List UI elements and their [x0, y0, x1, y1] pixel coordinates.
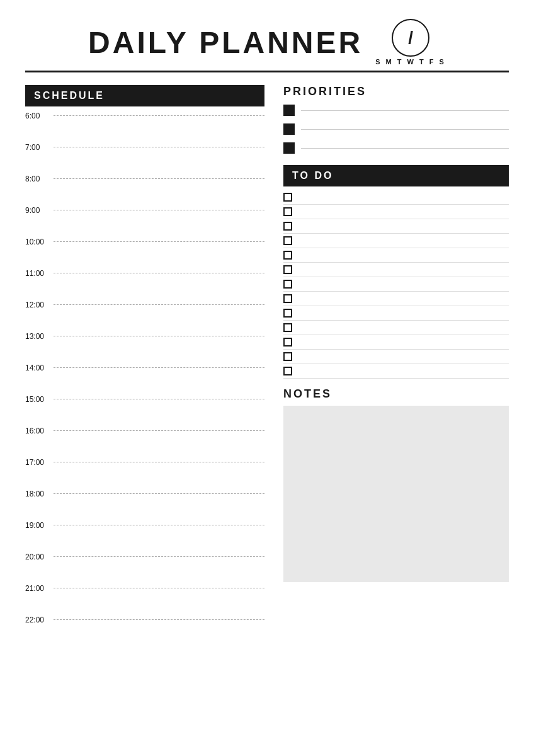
schedule-row: 10:00 [25, 236, 264, 268]
todo-item-line [298, 367, 509, 375]
time-label: 11:00 [25, 268, 54, 278]
schedule-row: 15:00 [25, 394, 264, 425]
schedule-row: 6:00 [25, 110, 264, 142]
time-label: 14:00 [25, 362, 54, 372]
priority-square [283, 105, 295, 116]
schedule-rows: 6:00 7:00 8:00 9:00 10:00 11:00 12:00 13… [25, 110, 264, 646]
time-line [54, 493, 264, 494]
time-label: 20:00 [25, 551, 54, 561]
todo-checkbox[interactable] [283, 222, 292, 231]
time-line [54, 210, 264, 210]
todo-item [283, 263, 509, 277]
todo-checkbox[interactable] [283, 338, 292, 346]
time-line [54, 241, 264, 242]
time-line [54, 115, 264, 116]
todo-checkbox[interactable] [283, 352, 292, 361]
priority-line [301, 148, 509, 149]
schedule-row: 7:00 [25, 142, 264, 173]
todo-checkbox[interactable] [283, 294, 292, 303]
todo-item [283, 277, 509, 292]
todo-checkbox[interactable] [283, 207, 292, 216]
todo-item-line [298, 222, 509, 231]
todo-checkbox[interactable] [283, 193, 292, 202]
todo-item [283, 234, 509, 248]
todo-item [283, 248, 509, 263]
todo-header: TO DO [283, 165, 509, 186]
time-label: 6:00 [25, 110, 54, 120]
schedule-row: 9:00 [25, 205, 264, 236]
todo-checkbox[interactable] [283, 251, 292, 260]
time-line [54, 525, 264, 525]
time-line [54, 367, 264, 368]
todo-checkbox[interactable] [283, 265, 292, 274]
time-line [54, 304, 264, 305]
time-line [54, 462, 264, 462]
todo-item-line [298, 193, 509, 202]
priorities-list [283, 105, 509, 154]
schedule-row: 20:00 [25, 551, 264, 583]
todo-item [283, 364, 509, 379]
todo-checkbox[interactable] [283, 280, 292, 289]
todo-item-line [298, 338, 509, 346]
priority-line [301, 129, 509, 130]
todo-item-line [298, 236, 509, 245]
schedule-row: 12:00 [25, 299, 264, 331]
todo-item [283, 219, 509, 234]
todo-item-line [298, 207, 509, 216]
todo-list [283, 190, 509, 379]
todo-item [283, 306, 509, 321]
todo-item [283, 350, 509, 364]
time-line [54, 147, 264, 147]
time-line [54, 336, 264, 336]
schedule-row: 8:00 [25, 173, 264, 205]
schedule-row: 22:00 [25, 614, 264, 646]
priority-item [283, 105, 509, 116]
schedule-row: 16:00 [25, 425, 264, 457]
time-line [54, 430, 264, 431]
todo-item-line [298, 280, 509, 289]
todo-item-line [298, 265, 509, 274]
schedule-row: 11:00 [25, 268, 264, 299]
todo-checkbox[interactable] [283, 323, 292, 332]
right-column: PRIORITIES TO DO [283, 85, 509, 646]
time-label: 12:00 [25, 299, 54, 309]
priority-item [283, 142, 509, 154]
schedule-row: 21:00 [25, 583, 264, 614]
notes-header: NOTES [283, 387, 509, 401]
days-row: S M T W T F S [375, 58, 446, 66]
todo-checkbox[interactable] [283, 236, 292, 245]
priority-line [301, 110, 509, 111]
schedule-row: 19:00 [25, 520, 264, 551]
time-label: 22:00 [25, 614, 54, 624]
todo-item [283, 292, 509, 306]
todo-item-line [298, 323, 509, 332]
time-line [54, 178, 264, 179]
time-label: 17:00 [25, 457, 54, 467]
todo-item-line [298, 352, 509, 361]
todo-item-line [298, 294, 509, 303]
priorities-header: PRIORITIES [283, 85, 509, 98]
schedule-header: SCHEDULE [25, 85, 264, 106]
schedule-row: 17:00 [25, 457, 264, 488]
time-line [54, 273, 264, 273]
todo-item-line [298, 251, 509, 260]
time-label: 7:00 [25, 142, 54, 152]
notes-area[interactable] [283, 406, 509, 582]
page-title: DAILY PLANNER [88, 25, 363, 60]
todo-item [283, 321, 509, 335]
todo-checkbox[interactable] [283, 367, 292, 375]
schedule-row: 13:00 [25, 331, 264, 362]
time-line [54, 619, 264, 620]
time-label: 15:00 [25, 394, 54, 404]
todo-item [283, 335, 509, 350]
schedule-row: 14:00 [25, 362, 264, 394]
schedule-section: SCHEDULE 6:00 7:00 8:00 9:00 10:00 11:00… [25, 85, 264, 646]
header: DAILY PLANNER / S M T W T F S [25, 19, 509, 66]
todo-item [283, 190, 509, 205]
todo-checkbox[interactable] [283, 309, 292, 318]
time-line [54, 399, 264, 399]
day-circle-container: / S M T W T F S [375, 19, 446, 66]
schedule-row: 18:00 [25, 488, 264, 520]
header-divider [25, 71, 509, 72]
todo-item-line [298, 309, 509, 318]
